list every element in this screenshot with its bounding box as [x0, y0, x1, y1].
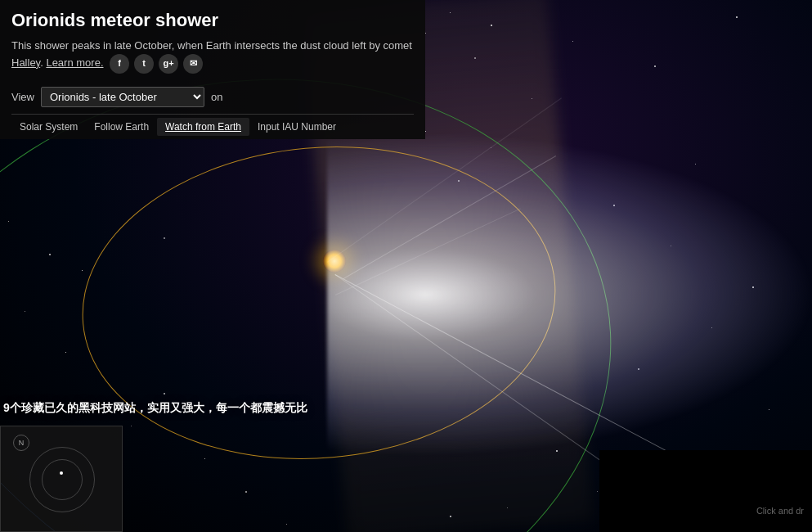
panel-description: This shower peaks in late October, when … — [11, 38, 414, 74]
view-label: View — [11, 91, 34, 103]
click-drag-hint: Click and dr — [756, 506, 804, 516]
googleplus-icon[interactable]: g+ — [159, 54, 178, 74]
mini-map-circle-2 — [42, 459, 83, 500]
view-on-label: on — [211, 91, 222, 103]
tab-bar: Solar System Follow Earth Watch from Ear… — [11, 114, 414, 139]
meteor-cloud — [327, 131, 812, 458]
desc-text-1: This shower peaks in late October, when … — [11, 39, 412, 52]
tab-input-iau[interactable]: Input IAU Number — [249, 118, 344, 136]
bottom-right-panel: Click and dr — [599, 450, 812, 532]
mini-map-label: N — [13, 435, 29, 451]
tab-solar-system[interactable]: Solar System — [11, 118, 86, 136]
mini-map-inner: N — [1, 426, 122, 531]
mini-map: N — [0, 426, 123, 532]
tab-follow-earth[interactable]: Follow Earth — [86, 118, 157, 136]
learn-more-link[interactable]: Learn more. — [46, 56, 103, 69]
comet-halley-link[interactable]: Halley — [11, 56, 40, 69]
mini-map-dot — [60, 471, 63, 475]
meteor-cloud-inner — [327, 131, 812, 458]
top-panel: Orionids meteor shower This shower peaks… — [0, 0, 425, 139]
facebook-icon[interactable]: f — [110, 54, 129, 74]
tab-watch-from-earth[interactable]: Watch from Earth — [157, 118, 249, 136]
social-icons: f t g+ ✉ — [110, 54, 203, 74]
view-row: View Orionids - late October Perseids - … — [11, 80, 414, 114]
twitter-icon[interactable]: t — [134, 54, 154, 74]
email-icon[interactable]: ✉ — [183, 54, 203, 74]
panel-title: Orionids meteor shower — [11, 10, 414, 31]
view-select[interactable]: Orionids - late October Perseids - mid A… — [41, 87, 204, 107]
overlay-text: 9个珍藏已久的黑科技网站，实用又强大，每一个都震撼无比 — [0, 399, 311, 417]
